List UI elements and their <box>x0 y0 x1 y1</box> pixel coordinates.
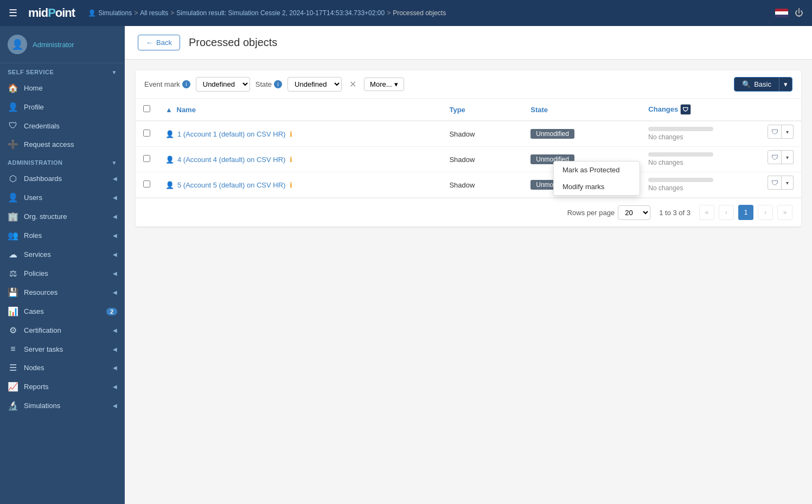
avatar: 👤 <box>8 35 27 54</box>
credentials-icon: 🛡 <box>8 121 18 131</box>
sidebar-item-label: Certification <box>24 326 61 334</box>
event-mark-select[interactable]: Undefined <box>196 77 250 92</box>
last-page-button[interactable]: » <box>777 205 792 220</box>
first-page-button[interactable]: « <box>699 205 714 220</box>
select-all-checkbox[interactable] <box>143 105 150 112</box>
shield-button[interactable]: 🛡 <box>768 176 782 190</box>
shield-button[interactable]: 🛡 <box>768 125 782 139</box>
row-actions: 🛡▾ <box>768 176 794 190</box>
breadcrumb: 👤 Simulations > All results > Simulation… <box>88 9 769 17</box>
sidebar-item-policies[interactable]: ⚖ Policies ◀ <box>0 264 125 283</box>
sidebar-item-org-structure[interactable]: 🏢 Org. structure ◀ <box>0 207 125 226</box>
event-mark-info-icon[interactable]: i <box>182 80 190 88</box>
language-flag-icon[interactable] <box>775 9 788 17</box>
name-column-header[interactable]: ▲ Name <box>158 99 442 121</box>
type-column-header: Type <box>442 99 523 121</box>
sidebar-item-nodes[interactable]: ☰ Nodes ◀ <box>0 358 125 377</box>
row-warning-icon: ℹ <box>287 130 292 138</box>
main-content: ← Back Processed objects Event mark i Un… <box>125 26 812 504</box>
user-name: Administrator <box>33 41 74 49</box>
row-name-link[interactable]: 5 (Account 5 (default) on CSV HR) <box>177 181 285 189</box>
state-select[interactable]: Undefined <box>287 77 342 92</box>
sidebar: 👤 Administrator SELF SERVICE ▼ 🏠 Home 👤 … <box>0 26 125 504</box>
sidebar-item-home[interactable]: 🏠 Home <box>0 79 125 98</box>
state-info-icon[interactable]: i <box>274 80 282 88</box>
logout-icon[interactable]: ⏻ <box>795 8 803 18</box>
rows-per-page-select[interactable]: 20 <box>618 205 650 220</box>
more-filters-label: More... <box>370 80 392 88</box>
sidebar-item-label: Request access <box>24 140 74 148</box>
self-service-chevron-icon: ▼ <box>112 69 117 75</box>
layout: 👤 Administrator SELF SERVICE ▼ 🏠 Home 👤 … <box>0 26 812 504</box>
sidebar-item-server-tasks[interactable]: ≡ Server tasks ◀ <box>0 340 125 358</box>
sidebar-item-resources[interactable]: 💾 Resources ◀ <box>0 283 125 302</box>
sidebar-item-users[interactable]: 👤 Users ◀ <box>0 188 125 207</box>
sidebar-item-profile[interactable]: 👤 Profile <box>0 98 125 117</box>
breadcrumb-current: Processed objects <box>393 9 446 17</box>
search-button[interactable]: 🔍 Basic <box>734 77 779 91</box>
administration-label: ADMINISTRATION <box>8 159 63 166</box>
users-icon: 👤 <box>8 192 18 203</box>
sidebar-item-cases[interactable]: 📊 Cases 2 <box>0 302 125 321</box>
sidebar-item-simulations[interactable]: 🔬 Simulations ◀ <box>0 396 125 415</box>
search-icon: 🔍 <box>742 80 751 88</box>
shield-dropdown-button[interactable]: ▾ <box>782 150 794 164</box>
changes-header-shield-icon[interactable]: 🛡 <box>680 104 691 115</box>
next-page-button[interactable]: › <box>758 205 773 220</box>
sidebar-item-certification[interactable]: ⚙ Certification ◀ <box>0 321 125 340</box>
sidebar-item-label: Services <box>24 250 51 259</box>
search-button-label: Basic <box>754 80 771 88</box>
row-checkbox[interactable] <box>143 180 150 188</box>
topbar-right: ⏻ <box>775 8 803 18</box>
breadcrumb-simulations[interactable]: Simulations <box>98 9 132 17</box>
row-checkbox[interactable] <box>143 155 150 162</box>
certification-icon: ⚙ <box>8 325 18 335</box>
row-name-link[interactable]: 1 (Account 1 (default) on CSV HR) <box>177 130 285 138</box>
row-person-icon: 👤 <box>165 130 174 138</box>
nodes-chevron-icon: ◀ <box>113 365 117 371</box>
reports-icon: 📈 <box>8 382 18 392</box>
sidebar-item-dashboards[interactable]: ⬡ Dashboards ◀ <box>0 169 125 188</box>
self-service-section-header[interactable]: SELF SERVICE ▼ <box>0 63 125 79</box>
sidebar-item-roles[interactable]: 👥 Roles ◀ <box>0 226 125 245</box>
prev-page-button[interactable]: ‹ <box>719 205 734 220</box>
sidebar-item-request-access[interactable]: ➕ Request access <box>0 135 125 154</box>
row-checkbox[interactable] <box>143 130 150 137</box>
more-filters-chevron-icon: ▾ <box>394 80 398 88</box>
search-dropdown-button[interactable]: ▾ <box>779 77 792 91</box>
services-icon: ☁ <box>8 249 18 260</box>
shield-dropdown-button[interactable]: ▾ <box>782 125 794 139</box>
self-service-label: SELF SERVICE <box>8 69 54 75</box>
state-label: State i <box>255 80 282 88</box>
state-badge: Unmodified <box>530 129 574 139</box>
row-changes: No changes🛡▾ <box>641 121 801 147</box>
back-button[interactable]: ← Back <box>138 35 180 50</box>
modify-marks-item[interactable]: Modify marks <box>554 178 640 195</box>
more-filters-button[interactable]: More... ▾ <box>364 77 404 91</box>
page-1-button[interactable]: 1 <box>738 205 753 220</box>
mark-as-protected-item[interactable]: Mark as Protected <box>554 161 640 178</box>
breadcrumb-all-results[interactable]: All results <box>140 9 168 17</box>
row-type: Shadow <box>442 172 523 198</box>
rows-per-page: Rows per page 20 <box>567 205 650 220</box>
administration-section-header[interactable]: ADMINISTRATION ▼ <box>0 154 125 169</box>
content-area: Event mark i Undefined State i Undefined… <box>125 60 812 504</box>
shield-dropdown-button[interactable]: ▾ <box>782 176 794 190</box>
org-structure-chevron-icon: ◀ <box>113 214 117 219</box>
sidebar-item-credentials[interactable]: 🛡 Credentials <box>0 117 125 135</box>
hamburger-icon[interactable]: ☰ <box>9 7 17 19</box>
simulations-chevron-icon: ◀ <box>113 403 117 409</box>
rows-per-page-label: Rows per page <box>567 209 615 217</box>
table-row: 👤1 (Account 1 (default) on CSV HR) ℹShad… <box>136 121 801 147</box>
breadcrumb-sim-result[interactable]: Simulation result: Simulation Cessie 2, … <box>176 9 385 17</box>
sidebar-item-reports[interactable]: 📈 Reports ◀ <box>0 377 125 396</box>
sidebar-item-services[interactable]: ☁ Services ◀ <box>0 245 125 264</box>
policies-chevron-icon: ◀ <box>113 270 117 276</box>
state-clear-button[interactable]: ✕ <box>347 78 359 91</box>
sidebar-item-label: Users <box>24 193 42 202</box>
back-arrow-icon: ← <box>146 38 153 47</box>
breadcrumb-sep-2: > <box>170 9 174 17</box>
row-name-link[interactable]: 4 (Account 4 (default) on CSV HR) <box>177 156 285 164</box>
sidebar-item-label: Credentials <box>24 122 60 130</box>
shield-button[interactable]: 🛡 <box>768 150 782 164</box>
